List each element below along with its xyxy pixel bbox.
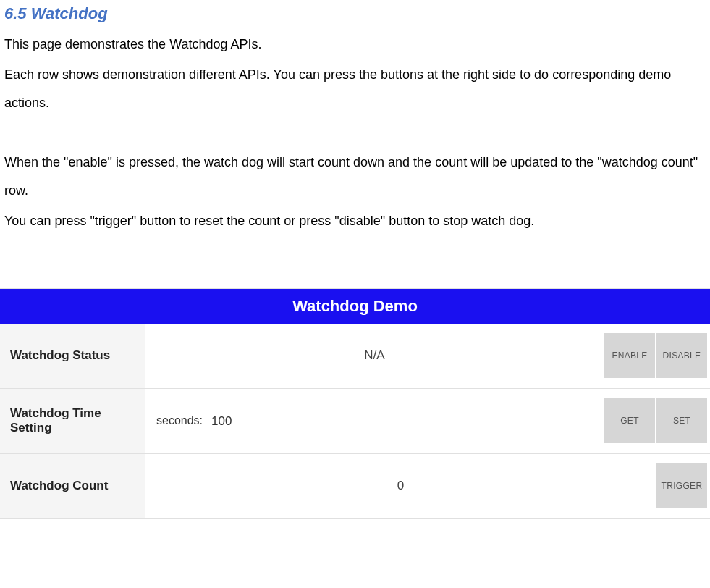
disable-button[interactable]: DISABLE [656,333,707,378]
row-watchdog-time-setting: Watchdog Time Setting seconds: GET SET [0,389,710,454]
seconds-input[interactable] [210,410,586,432]
row-watchdog-status: Watchdog Status N/A ENABLE DISABLE [0,324,710,389]
demo-title: Watchdog Demo [0,289,710,324]
seconds-label: seconds: [156,414,203,427]
intro-paragraph-3: When the "enable" is pressed, the watch … [0,148,710,206]
section-heading: 6.5 Watchdog [0,4,710,23]
label-watchdog-status: Watchdog Status [0,324,145,388]
value-watchdog-status: N/A [145,348,604,363]
value-watchdog-count: 0 [145,479,656,493]
enable-button[interactable]: ENABLE [604,333,655,378]
intro-paragraph-2: Each row shows demonstration different A… [0,61,710,118]
intro-paragraph-1: This page demonstrates the Watchdog APIs… [0,30,710,59]
intro-paragraph-4: You can press "trigger" button to reset … [0,207,710,236]
get-button[interactable]: GET [604,398,655,443]
set-button[interactable]: SET [656,398,707,443]
label-watchdog-count: Watchdog Count [0,454,145,518]
row-watchdog-count: Watchdog Count 0 TRIGGER [0,454,710,519]
trigger-button[interactable]: TRIGGER [656,463,707,508]
watchdog-demo-panel: Watchdog Demo Watchdog Status N/A ENABLE… [0,288,710,519]
label-watchdog-time-setting: Watchdog Time Setting [0,389,145,453]
